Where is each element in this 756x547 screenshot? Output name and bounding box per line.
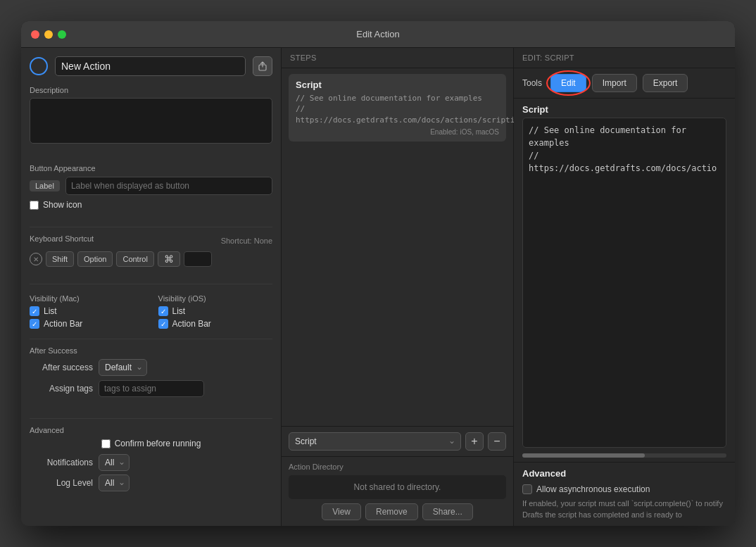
remove-step-button[interactable]: − [488, 432, 506, 451]
action-directory-buttons: View Remove Share... [289, 503, 506, 520]
script-scrollbar-thumb [522, 453, 645, 458]
ios-actionbar-checkbox[interactable] [158, 319, 168, 329]
ios-list-checkbox[interactable] [158, 306, 168, 316]
confirm-checkbox[interactable] [101, 439, 111, 448]
shortcut-value: Shortcut: None [221, 237, 272, 245]
window-title: Edit Action [356, 29, 399, 39]
visibility-ios-label: Visibility (iOS) [158, 294, 273, 303]
button-appearance-label: Button Appearance [30, 164, 272, 172]
notifications-row: Notifications All [30, 454, 272, 471]
script-line-1: // See online documentation for examples [529, 124, 720, 149]
traffic-lights [31, 30, 66, 39]
script-step-enabled: Enabled: iOS, macOS [296, 128, 499, 136]
visibility-mac-col: Visibility (Mac) List Action Bar [30, 294, 144, 332]
after-success-select-wrapper: Default [99, 359, 147, 376]
minimize-button[interactable] [44, 30, 53, 39]
visibility-section: Visibility (Mac) List Action Bar Visibil… [30, 294, 272, 332]
maximize-button[interactable] [58, 30, 66, 39]
notifications-select[interactable]: All [99, 454, 130, 471]
shortcut-cancel-button[interactable]: ✕ [30, 253, 42, 265]
show-icon-row: Show icon [30, 200, 272, 210]
mac-actionbar-row: Action Bar [30, 319, 144, 329]
button-appearance-group: Button Appearance Label Show icon [30, 164, 272, 210]
label-row: Label [30, 177, 272, 195]
shift-key-button[interactable]: Shift [46, 251, 74, 267]
label-input[interactable] [65, 177, 272, 195]
control-key-button[interactable]: Control [116, 251, 153, 267]
left-panel: Description Button Appearance Label Show… [21, 48, 282, 526]
import-tool-button[interactable]: Import [592, 74, 637, 92]
script-scrollbar[interactable] [522, 453, 726, 458]
keyboard-shortcut-group: Keyboard Shortcut Shortcut: None ✕ Shift… [30, 234, 272, 267]
remove-directory-button[interactable]: Remove [365, 503, 418, 520]
visibility-ios-col: Visibility (iOS) List Action Bar [158, 294, 273, 332]
after-success-row: After success Default [30, 359, 272, 376]
main-window: Edit Action Description [21, 21, 735, 526]
shortcut-keys: ✕ Shift Option Control ⌘ [30, 251, 272, 267]
option-key-button[interactable]: Option [77, 251, 113, 267]
ios-actionbar-row: Action Bar [158, 319, 273, 329]
script-section-label: Script [514, 99, 735, 118]
show-icon-checkbox[interactable] [30, 201, 39, 210]
assign-tags-label: Assign tags [30, 384, 93, 394]
action-directory-section: Action Directory Not shared to directory… [282, 456, 513, 526]
step-type-select[interactable]: Script [289, 432, 461, 451]
script-line-2: // https://docs.getdrafts.com/docs/actio [529, 149, 720, 175]
close-button[interactable] [31, 30, 39, 39]
after-success-label: After Success [30, 346, 272, 355]
share-action-button[interactable] [253, 56, 272, 76]
main-content: Description Button Appearance Label Show… [21, 48, 735, 526]
advanced-label: Advanced [30, 426, 272, 434]
loglevel-row: Log Level All [30, 474, 272, 491]
action-header [30, 56, 272, 76]
script-editor[interactable]: // See online documentation for examples… [522, 118, 726, 448]
notifications-select-wrapper: All [99, 454, 130, 471]
view-button[interactable]: View [322, 503, 361, 520]
edit-tool-button[interactable]: Edit [550, 74, 586, 92]
right-advanced-desc: If enabled, your script must call `scrip… [522, 498, 726, 520]
after-success-group: After Success After success Default Assi… [30, 346, 272, 401]
script-step-card[interactable]: Script // See online documentation for e… [289, 74, 506, 142]
visibility-mac-label: Visibility (Mac) [30, 294, 144, 303]
titlebar: Edit Action [21, 21, 735, 48]
right-panel-header: Edit: Script [514, 48, 735, 68]
shortcut-key-input[interactable] [184, 251, 212, 267]
description-label: Description [30, 86, 272, 94]
description-textarea[interactable] [30, 98, 272, 144]
mac-actionbar-checkbox[interactable] [30, 319, 39, 329]
mac-list-checkbox[interactable] [30, 306, 39, 316]
mac-list-row: List [30, 306, 144, 316]
middle-panel: Steps Script // See online documentation… [282, 48, 514, 526]
show-icon-label: Show icon [43, 200, 82, 210]
tools-row: Tools Edit Import Export [514, 68, 735, 99]
log-level-select[interactable]: All [99, 474, 130, 491]
log-level-select-wrapper: All [99, 474, 130, 491]
assign-tags-row: Assign tags [30, 380, 272, 397]
right-advanced-title: Advanced [522, 468, 726, 479]
keyboard-shortcut-label: Keyboard Shortcut [30, 234, 94, 243]
assign-tags-input[interactable] [99, 380, 204, 397]
ios-list-label: List [172, 306, 186, 316]
mac-actionbar-label: Action Bar [44, 319, 82, 329]
notifications-label: Notifications [30, 458, 93, 467]
script-step-code: // See online documentation for examples… [296, 93, 499, 125]
log-level-label: Log Level [30, 478, 93, 488]
action-icon-circle[interactable] [30, 57, 48, 75]
tools-label: Tools [522, 78, 542, 88]
add-step-button[interactable]: + [465, 432, 484, 451]
export-tool-button[interactable]: Export [643, 74, 688, 92]
ios-actionbar-label: Action Bar [172, 319, 211, 329]
cmd-key-button[interactable]: ⌘ [158, 251, 180, 267]
ios-list-row: List [158, 306, 273, 316]
not-shared-text: Not shared to directory. [289, 475, 506, 499]
step-type-select-wrapper: Script [289, 432, 461, 451]
edit-btn-wrapper: Edit [550, 74, 586, 92]
allow-async-checkbox[interactable] [522, 484, 532, 494]
confirm-before-running-row: Confirm before running [30, 439, 272, 448]
right-panel: Edit: Script Tools Edit Import Export Sc… [514, 48, 735, 526]
allow-async-row: Allow asynchronous execution [522, 484, 726, 494]
after-success-select[interactable]: Default [99, 359, 147, 376]
share-directory-button[interactable]: Share... [422, 503, 473, 520]
action-name-input[interactable] [55, 56, 246, 76]
mac-list-label: List [44, 306, 57, 316]
